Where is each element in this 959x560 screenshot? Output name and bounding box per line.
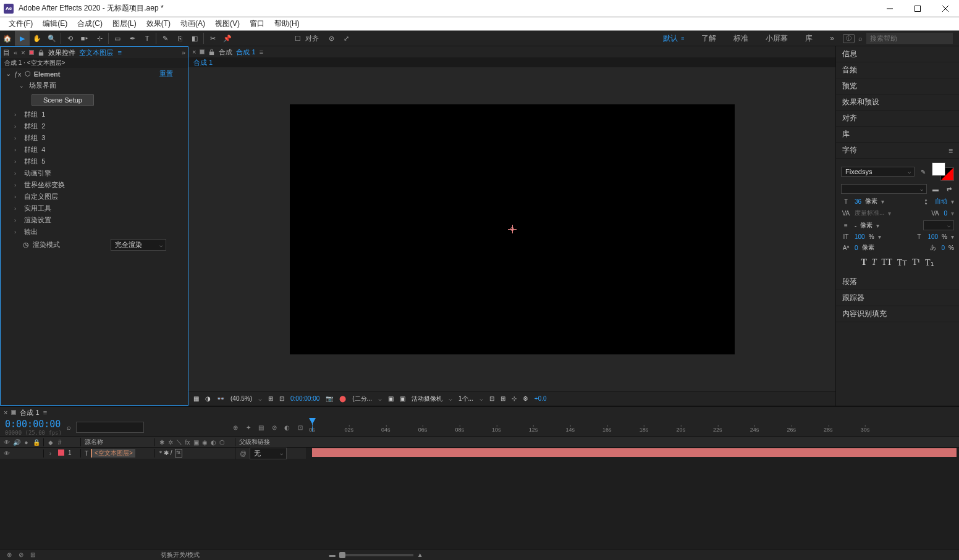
- allcaps-button[interactable]: TT: [882, 257, 892, 268]
- panel-close-icon[interactable]: ×: [21, 49, 25, 56]
- row-output[interactable]: 输出: [24, 227, 38, 236]
- menu-animation[interactable]: 动画(A): [175, 17, 210, 30]
- panel-library[interactable]: 库: [836, 127, 959, 143]
- baseline-value[interactable]: 0: [855, 244, 858, 251]
- hscale-value[interactable]: 100: [927, 233, 938, 240]
- eye-col-icon[interactable]: 👁: [2, 438, 11, 446]
- stroke-width[interactable]: -: [855, 222, 856, 229]
- parent-header[interactable]: 父级和链接: [235, 438, 306, 446]
- row-world-xform[interactable]: 世界坐标变换: [24, 180, 65, 190]
- panel-tracker[interactable]: 跟踪器: [836, 290, 959, 306]
- workspace-more[interactable]: »: [821, 31, 843, 46]
- comp-lock-icon[interactable]: [208, 49, 215, 56]
- tl-bottom-ic3[interactable]: ⊞: [28, 551, 36, 559]
- smallcaps-button[interactable]: Tᴛ: [897, 257, 908, 268]
- home-tool[interactable]: 🏠: [0, 31, 15, 46]
- views-select[interactable]: 1个...: [458, 395, 473, 403]
- layer-duration-bar[interactable]: [312, 448, 957, 457]
- vb-ic4[interactable]: ⚙: [523, 395, 528, 402]
- layer-label-swatch[interactable]: [58, 449, 64, 456]
- stroke-order-select[interactable]: [923, 220, 954, 230]
- layer-duration-area[interactable]: [306, 448, 959, 549]
- fx-name[interactable]: Element: [34, 70, 61, 78]
- guides-toggle[interactable]: ⊡: [279, 395, 284, 402]
- eraser-tool[interactable]: ◧: [187, 31, 202, 46]
- camera-tool[interactable]: ■‣: [77, 31, 92, 46]
- close-button[interactable]: [931, 0, 959, 17]
- layer-twisty[interactable]: ›: [46, 449, 54, 458]
- tl-ic6[interactable]: ⊡: [296, 424, 304, 432]
- solo-col-icon[interactable]: ●: [22, 438, 30, 446]
- group-2[interactable]: 群组 2: [24, 122, 45, 131]
- tl-tab-name[interactable]: 合成 1: [20, 408, 39, 417]
- superscript-button[interactable]: T¹: [912, 257, 920, 268]
- mask-toggle[interactable]: ◑: [205, 395, 211, 402]
- layer-search-input[interactable]: [76, 422, 144, 433]
- exposure-value[interactable]: +0.0: [534, 395, 547, 402]
- clone-tool[interactable]: ⎘: [172, 31, 187, 46]
- selection-tool[interactable]: ▶: [15, 31, 30, 46]
- res-icon[interactable]: ▣: [388, 395, 394, 402]
- tl-bottom-ic2[interactable]: ⊘: [17, 551, 25, 559]
- tl-bottom-ic1[interactable]: ⊕: [5, 551, 13, 559]
- row-anim-engine[interactable]: 动画引擎: [24, 169, 51, 178]
- hand-tool[interactable]: ✋: [30, 31, 44, 46]
- lock-col-icon[interactable]: 🔒: [32, 438, 40, 446]
- vb-ic2[interactable]: ⊞: [501, 395, 505, 402]
- tl-ic4[interactable]: ⊘: [270, 424, 278, 432]
- snap-opt1[interactable]: ⊘: [324, 31, 339, 46]
- menu-composition[interactable]: 合成(C): [72, 17, 108, 30]
- vb-ic3[interactable]: ⊹: [512, 395, 517, 402]
- channel-icon[interactable]: ⬤: [339, 395, 346, 402]
- tl-ic5[interactable]: ◐: [283, 424, 291, 432]
- menu-help[interactable]: 帮助(H): [269, 17, 305, 30]
- vscale-value[interactable]: 100: [855, 233, 865, 240]
- tracking-value[interactable]: 0: [944, 210, 947, 217]
- font-size-value[interactable]: 36: [855, 198, 861, 205]
- roto-tool[interactable]: ✂: [205, 31, 220, 46]
- panel-audio[interactable]: 音频: [836, 62, 959, 78]
- minimize-button[interactable]: [876, 0, 903, 17]
- timeline-zoom-slider[interactable]: [339, 554, 413, 556]
- panel-info[interactable]: 信息: [836, 46, 959, 62]
- project-tab-stub[interactable]: 目: [3, 48, 10, 57]
- kerning-value[interactable]: 度量标准...: [855, 209, 884, 217]
- time-ruler[interactable]: 0s02s04s06s08s10s12s14s16s18s20s22s24s26…: [309, 418, 959, 437]
- menu-view[interactable]: 视图(V): [210, 17, 245, 30]
- zoom-out-icon[interactable]: ▬: [329, 551, 336, 558]
- italic-button[interactable]: T: [872, 257, 877, 268]
- rect-tool[interactable]: ▭: [110, 31, 125, 46]
- workspace-library[interactable]: 库: [796, 31, 821, 46]
- group-3[interactable]: 群组 3: [24, 133, 45, 143]
- row-render-settings[interactable]: 渲染设置: [24, 215, 51, 225]
- roi-icon[interactable]: ▣: [400, 395, 405, 402]
- snap-opt2[interactable]: ⤢: [339, 31, 353, 46]
- anchor-tool[interactable]: ⊹: [92, 31, 107, 46]
- toggle-switches-label[interactable]: 切换开关/模式: [161, 551, 200, 559]
- workspace-default[interactable]: 默认≡: [654, 31, 693, 46]
- workspace-small[interactable]: 小屏幕: [757, 31, 796, 46]
- tl-ic1[interactable]: ⊕: [231, 424, 239, 432]
- tl-ic2[interactable]: ✦: [244, 424, 252, 432]
- panel-effects-presets[interactable]: 效果和预设: [836, 94, 959, 111]
- comp-breadcrumb[interactable]: 合成 1: [193, 59, 213, 66]
- swap-icon[interactable]: ⇄: [944, 186, 954, 193]
- zoom-level[interactable]: (40.5%): [230, 395, 252, 402]
- font-family-select[interactable]: Fixedsys: [841, 167, 915, 177]
- panel-character[interactable]: 字符≡: [836, 143, 959, 159]
- menu-window[interactable]: 窗口: [245, 17, 269, 30]
- panel-align[interactable]: 对齐: [836, 111, 959, 127]
- group-1[interactable]: 群组 1: [24, 110, 45, 119]
- pen-tool[interactable]: ✒: [125, 31, 140, 46]
- comp-tab-close[interactable]: ×: [192, 48, 196, 56]
- comp-tab-name[interactable]: 合成 1: [236, 48, 255, 57]
- camera-select[interactable]: 活动摄像机: [412, 395, 442, 403]
- menu-edit[interactable]: 编辑(E): [38, 17, 72, 30]
- panel-color-swatch[interactable]: [29, 50, 34, 55]
- menu-file[interactable]: 文件(F): [4, 17, 38, 30]
- pickwhip-icon[interactable]: @: [239, 449, 247, 458]
- viewer-time[interactable]: 0:00:00:00: [290, 395, 319, 402]
- num-col-icon[interactable]: #: [56, 438, 64, 446]
- parent-select[interactable]: 无: [250, 448, 287, 459]
- scene-twisty[interactable]: ⌄: [19, 83, 25, 89]
